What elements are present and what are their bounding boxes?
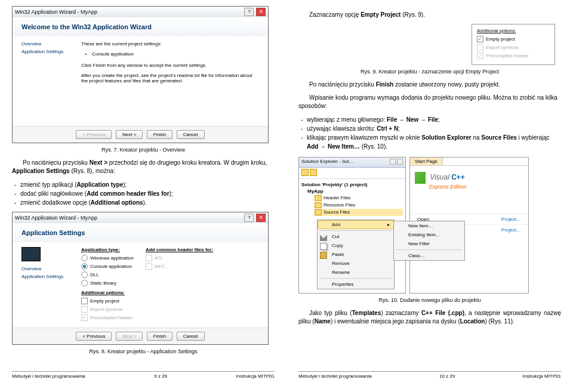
note-text: After you create the project, see the pr… <box>81 73 259 84</box>
footer-left: Metodyki i techniki programowania <box>298 374 372 379</box>
ctx-add[interactable]: Add New Item… Existing Item… New Filter … <box>318 220 394 229</box>
menu-separator <box>396 249 462 250</box>
page-right: Zaznaczamy opcję Empty Project (Rys. 9).… <box>286 0 573 382</box>
close-icon[interactable]: ✕ <box>256 214 266 222</box>
body-text: Jako typ pliku (Templates) zaznaczamy C+… <box>298 309 561 326</box>
list-item: zmienić typ aplikacji (Application type)… <box>12 180 275 189</box>
intro-text: These are the current project settings: <box>81 41 259 47</box>
paste-icon <box>320 252 327 259</box>
console-icon <box>21 247 41 261</box>
ctx-rename[interactable]: Rename <box>318 268 394 277</box>
dialog-header: Welcome to the Win32 Application Wizard <box>13 17 268 36</box>
ctx-existing-item[interactable]: Existing Item… <box>394 230 464 239</box>
tree-folder-resources[interactable]: Resource Files <box>315 202 403 209</box>
toolbar-icon[interactable] <box>310 169 317 176</box>
col-title: Additional options: <box>81 290 134 295</box>
finish-button[interactable]: Finish <box>147 130 172 139</box>
radio-dll[interactable]: DLL <box>81 271 134 278</box>
list-item: dodać pliki nagłówkowe (Add common heade… <box>12 189 275 198</box>
dialog-title-text: Win32 Application Wizard - MyApp <box>15 215 97 221</box>
side-appsettings[interactable]: Application Settings <box>21 49 81 54</box>
finish-button[interactable]: Finish <box>147 332 172 341</box>
dialog-footer: < Previous Next > Finish Cancel <box>13 328 268 344</box>
ctx-remove[interactable]: Remove <box>318 259 394 268</box>
start-page-tab[interactable]: Start Page <box>410 158 443 165</box>
check-export: Export symbols <box>477 44 550 51</box>
side-overview[interactable]: Overview <box>21 41 81 47</box>
ctx-new-filter[interactable]: New Filter <box>394 239 464 248</box>
tree-folder-headers[interactable]: Header Files <box>315 195 403 202</box>
radio-static[interactable]: Static library <box>81 280 134 286</box>
ctx-cut[interactable]: Cut <box>318 232 394 241</box>
wizard-side-nav: Overview Application Settings <box>21 41 81 121</box>
setting-bullet: Console application <box>92 51 259 57</box>
dropdown-icon[interactable] <box>390 159 396 165</box>
footer-left: Metodyki i techniki programowania <box>12 374 85 379</box>
bullet-list: zmienić typ aplikacji (Application type)… <box>12 180 275 207</box>
check-empty[interactable]: Empty project <box>81 298 134 304</box>
figure-caption: Rys. 10. Dodanie nowego pliku do projekt… <box>298 297 561 303</box>
body-text: Po naciśnięciu przycisku Next > przechod… <box>12 159 275 175</box>
se-tree: Solution 'Projekty' (1 project) MyApp He… <box>299 179 405 218</box>
tree-solution[interactable]: Solution 'Projekty' (1 project) <box>301 181 403 188</box>
cancel-button[interactable]: Cancel <box>177 332 205 341</box>
prev-button: < Previous <box>76 130 112 139</box>
dialog-footer: < Previous Next > Finish Cancel <box>13 126 268 143</box>
menu-separator <box>320 278 392 279</box>
footer-center: 10 z 29 <box>439 374 455 379</box>
open-project-link[interactable]: Project… <box>501 217 521 222</box>
figure-caption: Rys. 8. Kreator projektu - Application S… <box>12 348 275 354</box>
close-icon[interactable] <box>397 159 403 165</box>
ctx-new-item[interactable]: New Item… <box>394 221 464 230</box>
check-export: Export symbols <box>81 306 134 313</box>
footer-right: Instrukcja MITP01 <box>523 374 561 379</box>
help-icon[interactable]: ? <box>244 214 254 222</box>
radio-windows[interactable]: Windows application <box>81 255 134 261</box>
cancel-button[interactable]: Cancel <box>177 130 205 139</box>
menu-separator <box>320 230 392 231</box>
copy-icon <box>320 243 327 250</box>
tree-folder-sources[interactable]: Source Files <box>315 209 403 216</box>
box-title: Additional options: <box>477 28 550 33</box>
wizard-side-nav: Overview Application Settings <box>21 247 81 323</box>
create-project-link[interactable]: Project… <box>501 227 521 233</box>
additional-options-box: Additional options: Empty project Export… <box>472 24 555 65</box>
dialog-header-text: Welcome to the Win32 Application Wizard <box>21 23 259 30</box>
next-button: Next > <box>116 332 143 341</box>
wizard-content: These are the current project settings: … <box>81 41 268 121</box>
radio-console[interactable]: Console application <box>81 263 134 270</box>
next-button[interactable]: Next > <box>116 130 143 139</box>
ctx-class[interactable]: Class… <box>394 251 464 260</box>
ctx-copy[interactable]: Copy <box>318 241 394 250</box>
figure-caption: Rys. 7. Kreator projektu - Overview <box>12 147 275 153</box>
se-header: Solution Explorer - Sol… <box>299 158 405 168</box>
side-appsettings[interactable]: Application Settings <box>21 274 81 279</box>
dialog-titlebar: Win32 Application Wizard - MyApp ? ✕ <box>13 212 268 223</box>
footer-right: Instrukcja MITP01 <box>236 374 275 379</box>
list-item: wybierając z menu głównego: File → New →… <box>298 115 561 124</box>
tree-project[interactable]: MyApp <box>307 188 403 195</box>
ctx-properties[interactable]: Properties <box>318 280 394 289</box>
vs-logo: Visual C++ Express Edition <box>410 166 528 196</box>
body-text: Po naciśnięciu przycisku Finish zostanie… <box>298 81 561 89</box>
cut-icon <box>320 234 327 241</box>
bullet-list: wybierając z menu głównego: File → New →… <box>298 115 561 151</box>
check-atl: ATL <box>146 255 213 261</box>
body-text: Zaznaczamy opcję Empty Project (Rys. 9). <box>298 11 561 19</box>
check-precompiled: Precompiled header <box>477 53 550 59</box>
page-left: Win32 Application Wizard - MyApp ? ✕ Wel… <box>0 0 286 382</box>
close-icon[interactable]: ✕ <box>256 8 266 16</box>
prev-button[interactable]: < Previous <box>76 332 112 341</box>
solution-explorer-figure: Solution Explorer - Sol… Solution 'Proje… <box>298 157 561 294</box>
vs-logo-icon <box>415 172 426 184</box>
note-text: Click Finish from any window to accept t… <box>81 63 259 68</box>
settings-columns: Application type: Windows application Co… <box>81 247 213 323</box>
add-submenu: New Item… Existing Item… New Filter Clas… <box>393 221 465 261</box>
check-empty[interactable]: Empty project <box>477 36 550 42</box>
help-icon[interactable]: ? <box>244 8 254 16</box>
ctx-paste[interactable]: Paste <box>318 250 394 259</box>
list-item: zmienić dodatkowe opcje (Additional opti… <box>12 198 275 207</box>
toolbar-icon[interactable] <box>301 169 309 176</box>
context-menu: Add New Item… Existing Item… New Filter … <box>317 220 395 289</box>
side-overview[interactable]: Overview <box>21 266 81 271</box>
